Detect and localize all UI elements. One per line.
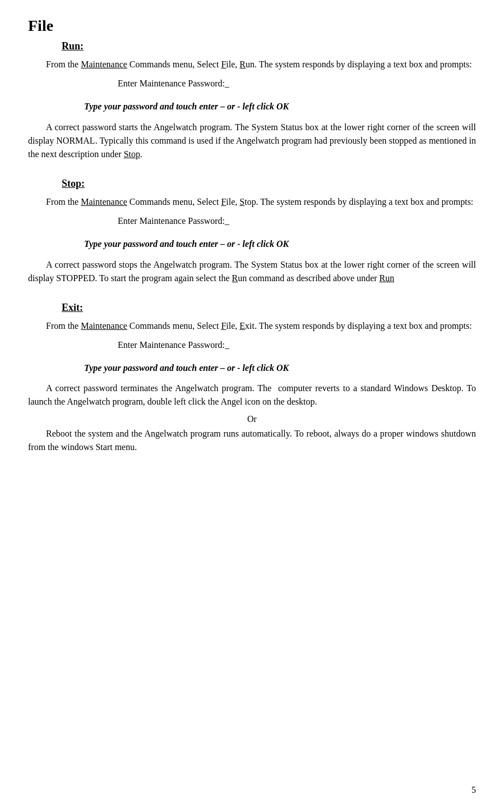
exit-heading: Exit: xyxy=(62,302,476,314)
run-type-instruction: Type your password and touch enter – or … xyxy=(84,99,476,115)
run-paragraph-1: From the Maintenance Commands menu, Sele… xyxy=(28,58,476,71)
stop-paragraph-2: A correct password stops the Angelwatch … xyxy=(28,258,476,285)
section-run: Run: From the Maintenance Commands menu,… xyxy=(28,40,476,161)
run-heading: Run: xyxy=(62,40,476,52)
exit-paragraph-3: Reboot the system and the Angelwatch pro… xyxy=(28,427,476,454)
exit-type-instruction: Type your password and touch enter – or … xyxy=(84,360,476,377)
exit-paragraph-2: A correct password terminates the Angelw… xyxy=(28,382,476,409)
run-paragraph-2: A correct password starts the Angelwatch… xyxy=(28,121,476,161)
stop-heading: Stop: xyxy=(62,178,476,190)
stop-password-prompt: Enter Maintenance Password:_ xyxy=(118,214,476,228)
exit-paragraph-1: From the Maintenance Commands menu, Sele… xyxy=(28,319,476,333)
exit-password-prompt: Enter Maintenance Password:_ xyxy=(118,338,476,352)
stop-type-instruction: Type your password and touch enter – or … xyxy=(84,236,476,253)
section-exit: Exit: From the Maintenance Commands menu… xyxy=(28,302,476,455)
exit-or-divider: Or xyxy=(28,414,476,424)
run-password-prompt: Enter Maintenance Password:_ xyxy=(118,77,476,90)
stop-paragraph-1: From the Maintenance Commands menu, Sele… xyxy=(28,195,476,209)
page-title: File xyxy=(28,17,476,35)
page-number: 5 xyxy=(471,785,476,795)
section-stop: Stop: From the Maintenance Commands menu… xyxy=(28,178,476,285)
